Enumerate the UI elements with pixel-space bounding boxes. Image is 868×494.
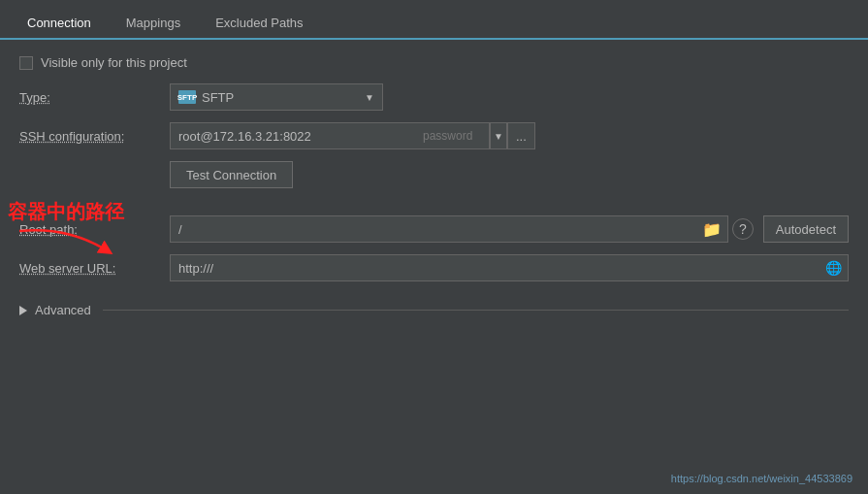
tab-excluded-paths[interactable]: Excluded Paths <box>198 8 320 38</box>
visible-only-row: Visible only for this project <box>19 55 849 70</box>
type-dropdown-arrow: ▼ <box>365 92 374 103</box>
root-path-input[interactable] <box>171 216 696 242</box>
type-row: Type: SFTP SFTP ▼ <box>19 83 849 111</box>
root-path-label: Root path: <box>19 222 170 237</box>
ssh-input-container: password <box>170 122 490 149</box>
visible-only-checkbox[interactable] <box>19 56 33 70</box>
advanced-label[interactable]: Advanced <box>35 303 91 317</box>
type-value: SFTP <box>202 90 234 105</box>
root-path-row: Root path: 📁 ? Autodetect <box>19 215 849 243</box>
root-path-input-container: 📁 <box>170 215 728 243</box>
watermark-link: https://blog.csdn.net/weixin_44533869 <box>671 473 852 484</box>
web-server-url-row: Web server URL: 🌐 <box>19 254 849 281</box>
dialog-container: Connection Mappings Excluded Paths Visib… <box>0 0 868 494</box>
ssh-dropdown-btn[interactable]: ▼ <box>490 122 507 149</box>
browse-folder-icon[interactable]: 📁 <box>696 220 727 239</box>
root-path-help-btn[interactable]: ? <box>732 218 754 240</box>
type-dropdown[interactable]: SFTP SFTP ▼ <box>170 83 383 111</box>
autodetect-button[interactable]: Autodetect <box>763 215 849 243</box>
ssh-field-group: password ▼ ... <box>170 122 535 149</box>
tab-bar: Connection Mappings Excluded Paths <box>0 0 868 40</box>
ssh-ellipsis-btn[interactable]: ... <box>507 122 535 149</box>
ssh-config-label: SSH configuration: <box>19 129 170 144</box>
ssh-config-row: SSH configuration: password ▼ ... <box>19 122 849 149</box>
test-connection-button[interactable]: Test Connection <box>170 161 293 188</box>
sftp-icon: SFTP <box>178 90 196 104</box>
content-area: Visible only for this project Type: SFTP… <box>0 40 868 494</box>
web-server-url-container: 🌐 <box>170 254 849 281</box>
ssh-config-input[interactable] <box>171 123 423 148</box>
test-connection-row: Test Connection <box>19 161 849 202</box>
web-server-url-label: Web server URL: <box>19 261 170 276</box>
type-select-wrapper: SFTP SFTP ▼ <box>170 83 383 111</box>
ssh-password-hint: password <box>423 129 478 143</box>
type-label: Type: <box>19 90 170 105</box>
advanced-toggle-icon[interactable] <box>19 306 27 315</box>
root-path-controls: 📁 ? Autodetect <box>170 215 849 243</box>
tab-mappings[interactable]: Mappings <box>109 8 198 38</box>
web-server-url-input[interactable] <box>171 255 820 280</box>
tab-connection[interactable]: Connection <box>10 8 109 40</box>
advanced-section: Advanced <box>19 303 849 317</box>
advanced-divider <box>103 310 849 311</box>
globe-icon: 🌐 <box>820 260 848 276</box>
visible-only-label: Visible only for this project <box>41 55 187 70</box>
